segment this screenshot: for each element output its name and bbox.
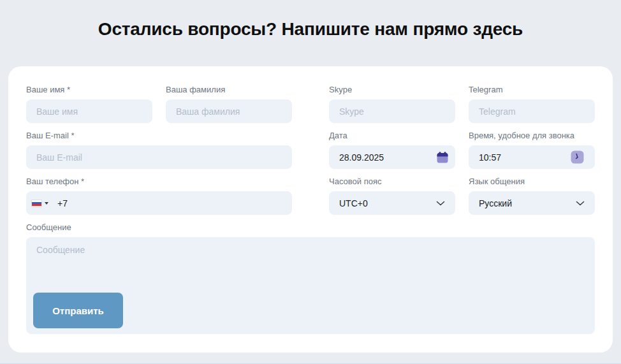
time-label: Время, удобное для звонка [469, 131, 595, 140]
phone-input[interactable]: +7 [26, 191, 292, 215]
date-label: Дата [329, 131, 455, 140]
telegram-input[interactable] [469, 99, 595, 123]
message-label: Сообщение [26, 222, 595, 232]
first-name-label: Ваше имя * [26, 85, 152, 94]
date-input[interactable]: 28.09.2025 [329, 145, 455, 169]
form-left-column: Ваше имя * Ваша фамилия Ваш E-mail * Ваш… [26, 85, 292, 222]
phone-label: Ваш телефон * [26, 177, 292, 186]
russia-flag-icon[interactable] [32, 200, 41, 207]
chevron-down-icon [436, 201, 445, 206]
field-first-name: Ваше имя * [26, 85, 152, 123]
time-value: 10:57 [479, 152, 571, 163]
first-name-input[interactable] [26, 99, 152, 123]
timezone-select[interactable]: UTC+0 [329, 191, 455, 215]
skype-label: Skype [329, 85, 455, 94]
last-name-input[interactable] [166, 99, 292, 123]
field-last-name: Ваша фамилия [166, 85, 292, 123]
submit-button[interactable]: Отправить [33, 293, 123, 328]
language-select[interactable]: Русский [469, 191, 595, 215]
country-dropdown-caret-icon[interactable] [45, 202, 48, 205]
skype-input[interactable] [329, 99, 455, 123]
message-box: Отправить [26, 237, 595, 334]
timezone-label: Часовой пояс [329, 177, 455, 186]
language-label: Язык общения [469, 177, 595, 186]
field-date: Дата 28.09.2025 [329, 131, 455, 169]
field-email: Ваш E-mail * [26, 131, 292, 169]
field-language: Язык общения Русский [469, 177, 595, 215]
timezone-value: UTC+0 [339, 198, 436, 208]
field-timezone: Часовой пояс UTC+0 [329, 177, 455, 215]
calendar-icon[interactable] [436, 151, 449, 164]
email-label: Ваш E-mail * [26, 131, 292, 140]
telegram-label: Telegram [469, 85, 595, 94]
phone-value: +7 [57, 198, 286, 208]
time-input[interactable]: 10:57 [469, 145, 595, 169]
chevron-down-icon [576, 201, 585, 206]
contact-form-card: Ваше имя * Ваша фамилия Ваш E-mail * Ваш… [8, 66, 613, 353]
date-value: 28.09.2025 [339, 152, 436, 163]
language-value: Русский [479, 198, 576, 208]
field-message: Сообщение Отправить [26, 222, 595, 334]
form-right-column: Skype Telegram Дата 28.09.2025 [329, 85, 595, 222]
field-skype: Skype [329, 85, 455, 123]
last-name-label: Ваша фамилия [166, 85, 292, 94]
field-time: Время, удобное для звонка 10:57 [469, 131, 595, 169]
clock-icon[interactable] [571, 150, 584, 164]
page-title: Остались вопросы? Напишите нам прямо зде… [0, 19, 621, 40]
field-phone: Ваш телефон * +7 [26, 177, 292, 215]
email-input[interactable] [26, 145, 292, 169]
form-columns: Ваше имя * Ваша фамилия Ваш E-mail * Ваш… [26, 85, 595, 222]
field-telegram: Telegram [469, 85, 595, 123]
